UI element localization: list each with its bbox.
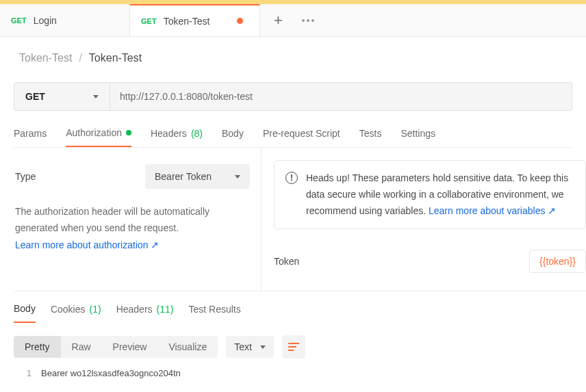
- tab-body[interactable]: Body: [222, 126, 244, 147]
- request-config-tabs: Params Authorization Headers(8) Body Pre…: [14, 126, 572, 148]
- tab-prerequest[interactable]: Pre-request Script: [263, 126, 340, 147]
- wrap-icon: [288, 343, 299, 351]
- view-mode-group: Pretty Raw Preview Visualize: [14, 336, 218, 358]
- auth-type-select[interactable]: Bearer Token: [145, 164, 250, 189]
- tab-headers[interactable]: Headers(8): [151, 126, 203, 147]
- method-value: GET: [25, 91, 45, 102]
- info-icon: !: [285, 172, 298, 184]
- more-options-button[interactable]: [302, 19, 314, 22]
- request-tabs-bar: GET Login GET Token-Test +: [0, 4, 586, 37]
- view-mode-raw[interactable]: Raw: [61, 336, 102, 358]
- auth-left-column: Type Bearer Token The authorization head…: [14, 148, 262, 291]
- tab-authorization[interactable]: Authorization: [66, 126, 131, 147]
- resp-tab-body[interactable]: Body: [14, 301, 36, 323]
- method-badge: GET: [141, 17, 157, 25]
- view-mode-pretty[interactable]: Pretty: [14, 336, 61, 358]
- method-badge: GET: [11, 16, 27, 25]
- token-label: Token: [274, 256, 299, 267]
- response-tabs: Body Cookies(1) Headers(11) Test Results: [14, 301, 572, 323]
- tab-token-test[interactable]: GET Token-Test: [130, 4, 260, 36]
- chevron-down-icon: [260, 345, 266, 349]
- breadcrumb-current: Token-Test: [89, 52, 142, 64]
- format-value: Text: [234, 341, 252, 352]
- auth-description: The authorization header will be automat…: [15, 204, 250, 237]
- response-controls: Pretty Raw Preview Visualize Text: [14, 335, 572, 358]
- unsaved-dot-icon: [237, 18, 243, 24]
- breadcrumb-parent[interactable]: Token-Test: [19, 52, 72, 64]
- breadcrumb: Token-Test / Token-Test: [0, 37, 586, 75]
- auth-right-column: ! Heads up! These parameters hold sensit…: [262, 148, 586, 291]
- request-url-bar: GET: [14, 82, 572, 111]
- token-input[interactable]: {{token}}: [529, 250, 586, 273]
- auth-type-label: Type: [15, 171, 36, 182]
- response-text: Bearer wo12lsxasdfea3ognco204tn: [41, 368, 181, 378]
- format-select[interactable]: Text: [226, 336, 274, 358]
- new-tab-button[interactable]: +: [274, 12, 283, 29]
- wrap-lines-button[interactable]: [282, 335, 305, 358]
- tab-settings[interactable]: Settings: [400, 126, 435, 147]
- variables-learn-more-link[interactable]: Learn more about variables: [429, 205, 556, 216]
- view-mode-visualize[interactable]: Visualize: [157, 336, 218, 358]
- method-select[interactable]: GET: [14, 83, 110, 110]
- view-mode-preview[interactable]: Preview: [102, 336, 158, 358]
- response-body: 1 Bearer wo12lsxasdfea3ognco204tn: [14, 368, 572, 378]
- tab-label: Login: [34, 15, 57, 26]
- tab-login[interactable]: GET Login: [0, 4, 130, 36]
- auth-learn-more-link[interactable]: Learn more about authorization: [15, 239, 159, 250]
- auth-type-value: Bearer Token: [155, 171, 212, 182]
- authorization-panel: Type Bearer Token The authorization head…: [14, 148, 586, 291]
- tab-tests[interactable]: Tests: [359, 126, 382, 147]
- line-number: 1: [14, 368, 41, 378]
- active-dot-icon: [126, 130, 131, 135]
- chevron-down-icon: [93, 95, 99, 99]
- resp-tab-test-results[interactable]: Test Results: [188, 301, 240, 323]
- chevron-down-icon: [235, 175, 240, 179]
- tab-params[interactable]: Params: [14, 126, 47, 147]
- tab-label: Token-Test: [164, 16, 210, 27]
- breadcrumb-separator: /: [79, 52, 81, 64]
- resp-tab-cookies[interactable]: Cookies(1): [51, 301, 101, 323]
- sensitive-data-warning: ! Heads up! These parameters hold sensit…: [274, 160, 586, 229]
- url-input[interactable]: [110, 83, 572, 110]
- resp-tab-headers[interactable]: Headers(11): [116, 301, 174, 323]
